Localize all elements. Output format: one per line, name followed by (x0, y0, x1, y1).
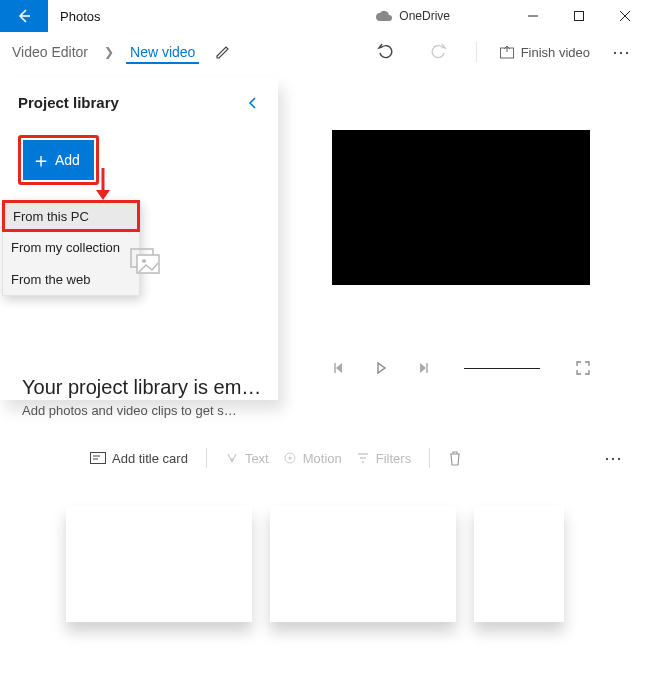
collapse-library-button[interactable] (246, 96, 260, 110)
menu-item-from-my-collection[interactable]: From my collection (3, 231, 139, 263)
app-title: Photos (60, 9, 100, 24)
expand-icon (576, 361, 590, 375)
next-frame-button[interactable] (416, 361, 430, 375)
undo-button[interactable] (364, 36, 408, 68)
breadcrumb-current[interactable]: New video (126, 40, 199, 64)
text-icon (225, 451, 239, 465)
motion-icon (283, 451, 297, 465)
prev-frame-button[interactable] (332, 361, 346, 375)
back-button[interactable] (0, 0, 48, 32)
storyboard (66, 506, 564, 622)
minimize-icon (527, 10, 539, 22)
storyboard-slot[interactable] (474, 506, 564, 622)
divider (206, 448, 207, 468)
window-minimize[interactable] (510, 0, 556, 32)
nav-toolbar: Video Editor ❯ New video Finish video ⋯ (0, 32, 648, 72)
chevron-left-icon (246, 96, 260, 110)
title-bar: Photos OneDrive (0, 0, 648, 32)
maximize-icon (573, 10, 585, 22)
plus-icon: ＋ (31, 150, 51, 170)
add-title-card-label: Add title card (112, 451, 188, 466)
svg-point-4 (142, 259, 146, 263)
menu-item-from-the-web[interactable]: From the web (3, 263, 139, 295)
timeline-toolbar: Add title card Text Motion Filters ⋯ (0, 438, 648, 478)
svg-rect-5 (91, 453, 106, 464)
menu-item-from-this-pc[interactable]: From this PC (2, 200, 140, 232)
text-button[interactable]: Text (225, 451, 269, 466)
filters-label: Filters (376, 451, 411, 466)
text-label: Text (245, 451, 269, 466)
title-card-icon (90, 452, 106, 464)
pencil-icon (215, 44, 231, 60)
export-icon (499, 44, 515, 60)
add-button-label: Add (55, 152, 80, 168)
progress-bar[interactable] (464, 368, 540, 369)
more-button[interactable]: ⋯ (604, 41, 640, 63)
svg-rect-0 (575, 12, 584, 21)
video-preview[interactable] (332, 130, 590, 285)
step-back-icon (332, 361, 346, 375)
add-menu: From this PC From my collection From the… (2, 200, 140, 296)
library-empty-subtext: Add photos and video clips to get s… (22, 403, 266, 418)
breadcrumb-root[interactable]: Video Editor (8, 40, 92, 64)
project-library-title: Project library (18, 94, 119, 111)
motion-label: Motion (303, 451, 342, 466)
finish-video-label: Finish video (521, 45, 590, 60)
ellipsis-icon: ⋯ (612, 42, 632, 62)
step-forward-icon (416, 361, 430, 375)
annotation-highlight-add: ＋ Add (18, 135, 99, 185)
finish-video-button[interactable]: Finish video (493, 44, 596, 60)
chevron-right-icon: ❯ (104, 45, 114, 59)
trash-icon (448, 450, 462, 466)
onedrive-label: OneDrive (399, 9, 450, 23)
fullscreen-button[interactable] (576, 361, 590, 375)
arrow-left-icon (16, 8, 32, 24)
svg-point-7 (288, 457, 291, 460)
cloud-icon (375, 10, 393, 22)
storyboard-slot[interactable] (66, 506, 252, 622)
play-icon (374, 361, 388, 375)
delete-button[interactable] (448, 450, 462, 466)
undo-icon (377, 43, 395, 61)
window-maximize[interactable] (556, 0, 602, 32)
filters-icon (356, 451, 370, 465)
ellipsis-icon: ⋯ (604, 448, 624, 468)
storyboard-slot[interactable] (270, 506, 456, 622)
player-controls (332, 350, 590, 386)
library-empty-heading: Your project library is em… (22, 376, 266, 399)
rename-button[interactable] (215, 44, 231, 60)
redo-icon (429, 43, 447, 61)
window-close[interactable] (602, 0, 648, 32)
divider (476, 42, 477, 62)
divider (429, 448, 430, 468)
motion-button[interactable]: Motion (283, 451, 342, 466)
annotation-arrow-icon (94, 168, 112, 202)
add-button[interactable]: ＋ Add (23, 140, 94, 180)
filters-button[interactable]: Filters (356, 451, 411, 466)
play-button[interactable] (374, 361, 388, 375)
add-title-card-button[interactable]: Add title card (90, 451, 188, 466)
image-placeholder-icon (130, 248, 160, 274)
onedrive-status[interactable]: OneDrive (375, 9, 450, 23)
redo-button[interactable] (416, 36, 460, 68)
close-icon (619, 10, 631, 22)
timeline-more-button[interactable]: ⋯ (596, 447, 632, 469)
